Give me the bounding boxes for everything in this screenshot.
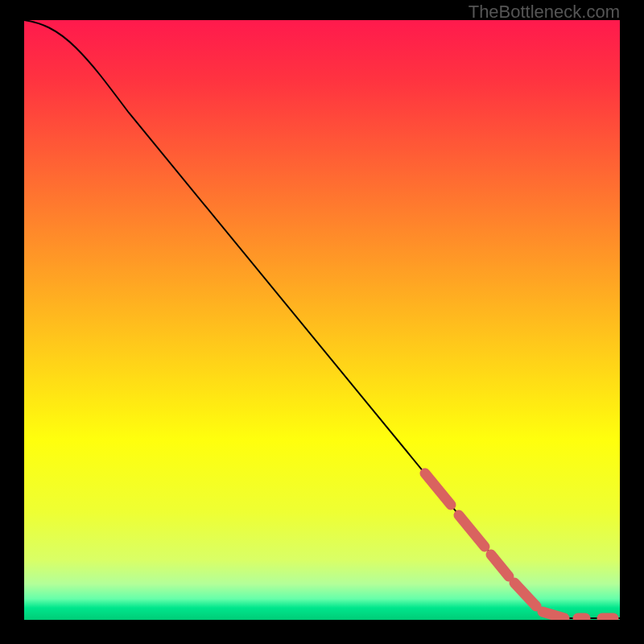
svg-line-4	[514, 583, 536, 606]
chart-container: TheBottleneck.com	[0, 0, 644, 644]
curve-overlay	[24, 20, 620, 620]
svg-line-5	[543, 612, 564, 618]
watermark-text: TheBottleneck.com	[469, 2, 620, 23]
plot-area	[24, 20, 620, 620]
highlight-segments	[425, 473, 613, 618]
svg-line-1	[425, 473, 451, 505]
svg-line-3	[491, 555, 509, 576]
svg-line-2	[459, 515, 485, 547]
bottleneck-curve	[24, 20, 620, 618]
